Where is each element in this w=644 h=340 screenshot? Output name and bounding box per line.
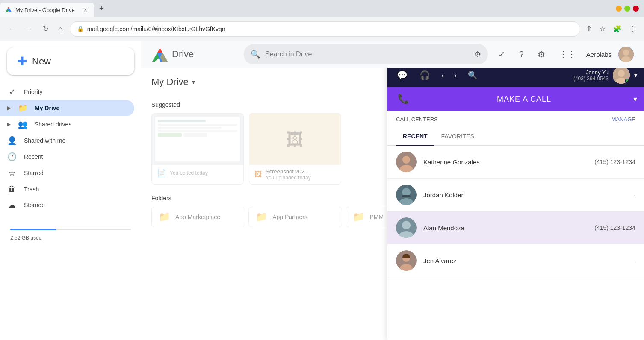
- folder-icon: 📁: [353, 211, 364, 223]
- sidebar-item-priority[interactable]: ✓ Priority: [0, 84, 134, 100]
- share-icon[interactable]: ⇧: [584, 23, 594, 35]
- contact-phone: (415) 123-1234: [594, 158, 635, 165]
- new-plus-icon: ✚: [17, 54, 27, 68]
- search-bar[interactable]: 🔍 ⚙: [244, 44, 488, 64]
- contact-item[interactable]: Katherine Gonzales (415) 123-1234: [387, 146, 644, 179]
- bookmark-icon[interactable]: ☆: [597, 23, 608, 35]
- storage-bar-fill: [10, 229, 56, 230]
- contact-item[interactable]: Jordan Kolder -: [387, 179, 644, 211]
- folder-item[interactable]: 📁 App Partners: [248, 207, 342, 227]
- contact-item-selected[interactable]: Alan Mendoza (415) 123-1234: [387, 211, 644, 244]
- file-thumbnail-2: 🖼: [249, 114, 341, 165]
- window-controls: [611, 6, 644, 12]
- page-body: ✚ New ✓ Priority ▶ 📁 My Drive ▶ 👥 Shared…: [0, 41, 644, 340]
- file-details-2: Screenshot 202... You uploaded today: [266, 168, 336, 181]
- sidebar-item-label-shared-with-me: Shared with me: [24, 137, 65, 144]
- contact-avatar: [396, 217, 417, 238]
- reload-button[interactable]: ↻: [39, 22, 52, 35]
- agent-dropdown-icon[interactable]: ▾: [634, 72, 637, 79]
- browser-chrome: My Drive - Google Drive × + ← → ↻ ⌂ 🔒 ma…: [0, 0, 644, 41]
- sidebar-item-label-priority: Priority: [24, 88, 43, 95]
- make-call-dropdown-icon[interactable]: ▾: [633, 94, 637, 104]
- back-button[interactable]: ←: [5, 23, 19, 35]
- search-input[interactable]: [265, 50, 469, 58]
- storage-text: 2.52 GB used: [10, 235, 41, 241]
- sidebar-item-label-shared-drives: Shared drives: [35, 121, 71, 128]
- new-tab-button[interactable]: +: [96, 3, 107, 15]
- contact-phone: -: [633, 191, 635, 198]
- file-info: 📄 You edited today: [152, 165, 243, 181]
- svg-point-21: [402, 221, 411, 229]
- sidebar-item-shared-with-me[interactable]: 👤 Shared with me: [0, 132, 134, 149]
- tasks-button[interactable]: ✓: [495, 46, 509, 63]
- user-avatar[interactable]: [618, 47, 634, 62]
- file-card[interactable]: 🖼 🖼 Screenshot 202... You uploaded today: [249, 113, 341, 185]
- nav-right-icons: ⇧ ☆ 🧩 ⋮: [584, 23, 639, 35]
- user-name: Aerolabs: [586, 51, 612, 58]
- headset-icon[interactable]: 🎧: [417, 67, 433, 83]
- sidebar-nav: ✓ Priority ▶ 📁 My Drive ▶ 👥 Shared drive…: [0, 82, 141, 215]
- folder-name: App Partners: [272, 214, 307, 220]
- next-arrow[interactable]: ›: [452, 69, 458, 82]
- sidebar-item-starred[interactable]: ☆ Starred: [0, 165, 134, 181]
- help-button[interactable]: ?: [516, 46, 527, 63]
- make-call-button[interactable]: 📞 MAKE A CALL ▾: [387, 87, 644, 111]
- tab-close-button[interactable]: ×: [82, 6, 89, 14]
- sidebar-item-my-drive[interactable]: ▶ 📁 My Drive: [0, 100, 134, 116]
- maximize-button[interactable]: [624, 6, 630, 12]
- priority-icon: ✓: [7, 87, 17, 97]
- folder-icon: 📁: [159, 211, 170, 223]
- image-icon: 🖼: [254, 170, 262, 179]
- sidebar: ✚ New ✓ Priority ▶ 📁 My Drive ▶ 👥 Shared…: [0, 41, 141, 340]
- folder-name: App Marketplace: [175, 214, 220, 220]
- agent-phone: (403) 394-0543: [573, 76, 609, 82]
- tab-favicon: [5, 6, 12, 14]
- contact-item[interactable]: Jen Alvarez -: [387, 244, 644, 277]
- tab-recent[interactable]: RECENT: [396, 128, 434, 146]
- prev-arrow[interactable]: ‹: [440, 69, 446, 82]
- sidebar-item-recent[interactable]: 🕐 Recent: [0, 149, 134, 165]
- file-card[interactable]: 📄 You edited today: [151, 113, 244, 185]
- menu-icon[interactable]: ⋮: [627, 23, 639, 35]
- sidebar-item-shared-drives[interactable]: ▶ 👥 Shared drives: [0, 116, 134, 132]
- extensions-icon[interactable]: 🧩: [611, 23, 624, 35]
- drive-logo-text: Drive: [172, 49, 194, 60]
- svg-point-14: [402, 156, 410, 164]
- agent-name: Jenny Yu: [573, 69, 609, 76]
- drive-dropdown-icon[interactable]: ▾: [192, 79, 195, 85]
- manage-link[interactable]: MANAGE: [612, 116, 635, 123]
- home-button[interactable]: ⌂: [55, 23, 66, 35]
- top-bar-right: ✓ ? ⚙ ⋮⋮ Aerolabs: [495, 46, 634, 63]
- contact-phone: (415) 123-1234: [594, 224, 635, 231]
- close-button[interactable]: [633, 6, 639, 12]
- svg-rect-19: [402, 195, 411, 197]
- sidebar-item-storage[interactable]: ☁ Storage: [0, 197, 134, 213]
- folder-item[interactable]: 📁 App Marketplace: [151, 207, 245, 227]
- file-date-2: You uploaded today: [266, 175, 336, 181]
- chat-icon[interactable]: 💬: [394, 67, 410, 83]
- file-thumbnail: [152, 114, 243, 165]
- tab-favorites[interactable]: FAVORITES: [434, 128, 482, 146]
- contact-name: Alan Mendoza: [423, 224, 588, 232]
- minimize-button[interactable]: [616, 6, 622, 12]
- filter-icon[interactable]: ⚙: [474, 50, 481, 59]
- file-info-2: 🖼 Screenshot 202... You uploaded today: [249, 165, 341, 184]
- agent-status-dot: [625, 79, 630, 84]
- phone-icon: 📞: [398, 94, 409, 105]
- svg-point-11: [618, 70, 625, 77]
- apps-button[interactable]: ⋮⋮: [555, 46, 579, 63]
- nav-search-icon[interactable]: 🔍: [465, 68, 480, 82]
- shared-with-me-icon: 👤: [7, 136, 17, 145]
- forward-button[interactable]: →: [22, 23, 36, 35]
- contact-name: Jen Alvarez: [423, 257, 626, 264]
- contacts-list: Katherine Gonzales (415) 123-1234: [387, 146, 644, 340]
- active-tab[interactable]: My Drive - Google Drive ×: [0, 3, 94, 17]
- settings-button[interactable]: ⚙: [534, 46, 549, 63]
- address-bar[interactable]: 🔒 mail.google.com/mailu/0/#inbox/KtbxLzG…: [70, 21, 580, 37]
- new-button[interactable]: ✚ New: [7, 47, 134, 75]
- expand-icon-my-drive: ▶: [7, 105, 11, 111]
- sidebar-item-trash[interactable]: 🗑 Trash: [0, 181, 134, 197]
- contact-phone: -: [633, 257, 635, 264]
- my-drive-icon: 📁: [18, 103, 28, 113]
- drive-logo: Drive: [151, 47, 237, 62]
